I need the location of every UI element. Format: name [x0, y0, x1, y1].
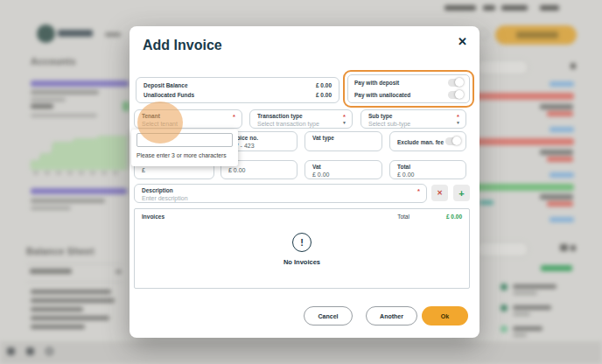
pay-with-deposit-label: Pay with deposit [354, 80, 399, 86]
pay-with-deposit-toggle[interactable] [448, 79, 463, 87]
pay-options-box: Pay with deposit Pay with unallocated [347, 74, 470, 103]
total-field[interactable]: Total £ 0.00 [389, 160, 466, 179]
sub-type-label: Sub type [368, 113, 392, 119]
another-button[interactable]: Another [366, 306, 417, 326]
modal-title: Add Invoice [143, 38, 222, 53]
exclude-man-fee-field: Exclude man. fee [389, 131, 466, 151]
required-marker: * [417, 187, 420, 195]
exclude-man-fee-label: Exclude man. fee [397, 139, 444, 145]
vat-type-field[interactable]: Vat type [304, 131, 382, 151]
vat-value: £ 0.00 [312, 172, 329, 178]
chevron-down-icon: ▼ [342, 120, 346, 125]
ok-button-label: Ok [441, 313, 449, 319]
tenant-field[interactable]: Tenant * Select tenant [134, 109, 242, 129]
total-value: £ 0.00 [397, 172, 414, 178]
transaction-type-label: Transaction type [257, 113, 303, 119]
summary-row: Deposit Balance £ 0.00 [144, 82, 332, 88]
pay-with-unallocated-row: Pay with unallocated [354, 91, 463, 99]
invoices-total-label: Total [397, 214, 410, 220]
pay-with-unallocated-toggle[interactable] [448, 91, 463, 99]
close-icon[interactable]: ✕ [458, 35, 467, 48]
another-button-label: Another [380, 313, 403, 319]
tenant-dropdown: Please enter 3 or more characters [131, 130, 238, 166]
pay-with-unallocated-label: Pay with unallocated [354, 92, 410, 98]
deposit-balance-label: Deposit Balance [144, 82, 188, 88]
add-line-button[interactable]: + [453, 185, 470, 201]
tenant-search-input[interactable] [136, 133, 233, 147]
sub-type-field[interactable]: Sub type * Select sub-type ▼ [360, 109, 466, 129]
vat-type-label: Vat type [312, 135, 334, 141]
sub-type-placeholder: Select sub-type [368, 121, 410, 127]
gross-amount-value: £ 0.00 [228, 167, 245, 173]
invoices-header-label: Invoices [142, 214, 164, 220]
add-invoice-modal: Add Invoice ✕ Deposit Balance £ 0.00 Una… [130, 26, 480, 338]
cancel-button[interactable]: Cancel [304, 306, 353, 326]
alert-icon-glyph: ! [300, 237, 304, 248]
transaction-type-field[interactable]: Transaction type * Select transaction ty… [249, 109, 353, 129]
tenant-dropdown-hint: Please enter 3 or more characters [136, 152, 227, 158]
screen: Accounts Balance Sheet [0, 0, 602, 364]
description-placeholder: Enter description [142, 195, 188, 201]
invoices-total-value: £ 0.00 [446, 214, 462, 220]
tenant-label: Tenant [142, 113, 160, 119]
tenant-placeholder: Select tenant [142, 121, 178, 127]
description-field[interactable]: Description * Enter description [134, 184, 427, 203]
transaction-type-placeholder: Select transaction type [257, 121, 319, 127]
summary-row: Unallocated Funds £ 0.00 [144, 92, 332, 98]
deposit-summary-box: Deposit Balance £ 0.00 Unallocated Funds… [136, 77, 340, 103]
remove-icon: ✕ [437, 189, 443, 197]
chevron-down-icon: ▼ [456, 120, 460, 125]
invoices-empty-state: ! No Invoices [135, 233, 469, 266]
unallocated-funds-value: £ 0.00 [316, 92, 332, 98]
description-label: Description [142, 187, 173, 193]
total-label: Total [397, 164, 410, 170]
no-invoices-text: No Invoices [284, 258, 320, 266]
ok-button[interactable]: Ok [422, 306, 468, 326]
vat-field[interactable]: Vat £ 0.00 [304, 160, 382, 179]
required-marker: * [233, 113, 235, 121]
vat-label: Vat [312, 164, 321, 170]
unallocated-funds-label: Unallocated Funds [144, 92, 194, 98]
invoices-panel: Invoices Total £ 0.00 ! No Invoices [134, 208, 470, 289]
exclude-man-fee-toggle[interactable] [445, 137, 460, 145]
alert-icon: ! [292, 233, 312, 252]
net-amount-value: £ [142, 167, 145, 173]
cancel-button-label: Cancel [318, 313, 339, 319]
pay-with-deposit-row: Pay with deposit [354, 79, 463, 87]
remove-line-button[interactable]: ✕ [431, 185, 448, 201]
add-icon: + [458, 188, 464, 199]
invoices-panel-header: Invoices Total £ 0.00 [142, 214, 462, 220]
deposit-balance-value: £ 0.00 [316, 82, 332, 88]
